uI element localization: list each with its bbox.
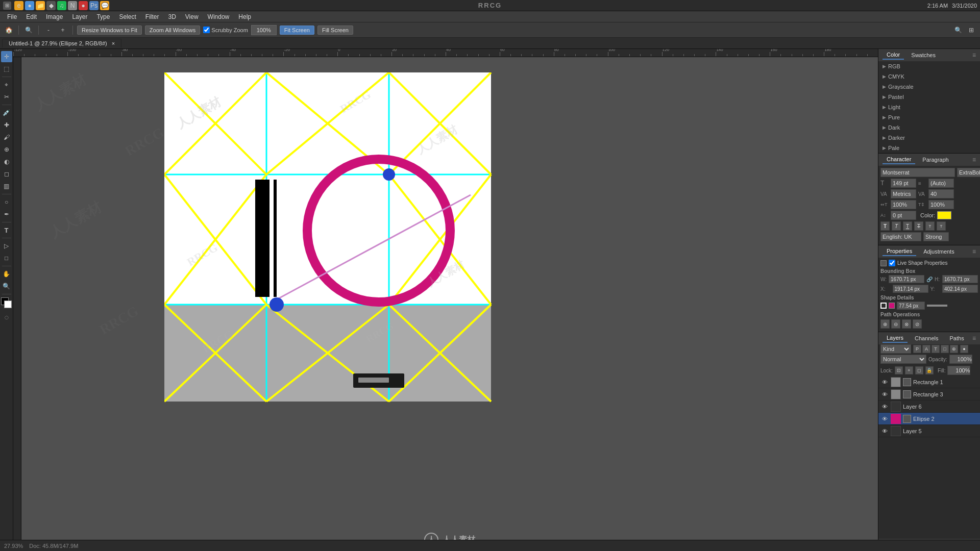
text-color-swatch[interactable]: [937, 211, 951, 219]
font-style-input[interactable]: [957, 168, 980, 177]
underline-btn[interactable]: T: [903, 221, 912, 231]
layer-vis-btn-layer6[interactable]: 👁: [880, 403, 889, 411]
zoom-input[interactable]: [251, 25, 277, 35]
tool-path[interactable]: ▷: [1, 240, 12, 252]
opacity-input[interactable]: [949, 355, 972, 364]
tool-brush[interactable]: 🖌: [1, 132, 12, 143]
tab-layers[interactable]: Layers: [883, 334, 908, 343]
bold-btn[interactable]: T: [880, 221, 890, 231]
tab-paragraph[interactable]: Paragraph: [918, 156, 952, 164]
italic-btn[interactable]: T: [892, 221, 901, 231]
h-input[interactable]: [942, 275, 978, 283]
scrubby-zoom-label[interactable]: Scrubby Zoom: [203, 27, 248, 33]
leading-input[interactable]: [928, 179, 954, 188]
tool-eraser[interactable]: ◻: [1, 168, 12, 180]
y-input[interactable]: [942, 285, 978, 293]
kerning-input[interactable]: [891, 189, 916, 198]
zoom-out-btn[interactable]: -: [43, 24, 54, 36]
menu-view[interactable]: View: [181, 12, 203, 21]
layers-panel-menu[interactable]: ≡: [972, 335, 976, 342]
fg-color[interactable]: [1, 297, 12, 309]
menu-type[interactable]: Type: [92, 12, 114, 21]
font-family-input[interactable]: [880, 168, 955, 177]
layers-filter-select[interactable]: Kind: [880, 344, 911, 354]
color-mode-cmyk[interactable]: ▶ CMYK: [878, 71, 980, 82]
tab-character[interactable]: Character: [883, 155, 915, 164]
tracking-input[interactable]: [928, 189, 954, 198]
layer-row-layer6[interactable]: 👁 Layer 6: [878, 400, 980, 413]
filter-type-btn[interactable]: T: [932, 345, 940, 353]
color-mode-dark[interactable]: ▶ Dark: [878, 122, 980, 133]
menu-filter[interactable]: Filter: [141, 12, 163, 21]
fit-screen-btn[interactable]: Fit Screen: [280, 26, 314, 35]
tool-crop[interactable]: ✂: [1, 91, 12, 103]
tool-history[interactable]: ◐: [1, 156, 12, 167]
vscale-input[interactable]: [928, 200, 954, 209]
stroke-color-swatch[interactable]: [880, 303, 887, 309]
color-panel-menu[interactable]: ≡: [972, 52, 976, 59]
tool-clone[interactable]: ⊕: [1, 144, 12, 155]
path-op2[interactable]: ⊖: [891, 319, 900, 329]
color-mode-light[interactable]: ▶ Light: [878, 102, 980, 112]
app6-icon[interactable]: ●: [79, 1, 88, 10]
tool-shape[interactable]: □: [1, 253, 12, 264]
search-btn[interactable]: 🔍: [23, 24, 34, 36]
hscale-input[interactable]: [891, 200, 916, 209]
tool-gradient[interactable]: ▥: [1, 181, 12, 192]
tool-zoom[interactable]: 🔍: [1, 281, 12, 292]
strikethrough-btn[interactable]: T: [914, 221, 923, 231]
path-op1[interactable]: ⊕: [880, 319, 890, 329]
tool-move[interactable]: ✛: [1, 51, 12, 62]
home-btn[interactable]: 🏠: [3, 24, 14, 36]
chrome-icon[interactable]: ●: [25, 1, 34, 10]
ps-icon[interactable]: Ps: [89, 1, 99, 10]
quick-mask-btn[interactable]: ◌: [1, 312, 12, 323]
tab-color[interactable]: Color: [883, 51, 904, 60]
color-mode-pale[interactable]: ▶ Pale: [878, 143, 980, 153]
filter-pixel-btn[interactable]: P: [913, 345, 921, 353]
baseline-input[interactable]: [891, 211, 916, 220]
tab-swatches[interactable]: Swatches: [907, 51, 940, 59]
resize-windows-btn[interactable]: Resize Windows to Fit: [77, 26, 142, 35]
menu-select[interactable]: Select: [115, 12, 140, 21]
artwork-canvas[interactable]: 人人素材 RRCG 人人素材 RRCG 人人素材 RRCG RRCG: [164, 72, 624, 419]
color-mode-pastel[interactable]: ▶ Pastel: [878, 92, 980, 102]
blend-mode-select[interactable]: Normal Multiply Screen: [880, 355, 926, 364]
tool-pen[interactable]: ✒: [1, 209, 12, 220]
tab-channels[interactable]: Channels: [911, 334, 942, 342]
layer-vis-btn-layer5[interactable]: 👁: [880, 427, 889, 435]
fill-screen-btn[interactable]: Fill Screen: [317, 26, 353, 35]
lock-all-btn[interactable]: 🔒: [925, 366, 934, 374]
path-op3[interactable]: ⊗: [902, 319, 911, 329]
app3-icon[interactable]: ◆: [46, 1, 56, 10]
w-input[interactable]: [889, 275, 924, 283]
tool-heal[interactable]: ✚: [1, 119, 12, 131]
color-mode-rgb[interactable]: ▶ RGB: [878, 61, 980, 71]
shape-value-input[interactable]: [897, 302, 925, 310]
menu-window[interactable]: Window: [204, 12, 234, 21]
font-size-input[interactable]: [891, 179, 916, 188]
link-wh-btn[interactable]: 🔗: [926, 277, 933, 282]
filter-shape-btn[interactable]: □: [941, 345, 949, 353]
lock-pixels-btn[interactable]: ⊡: [895, 366, 903, 374]
layer-vis-btn-rect1[interactable]: 👁: [880, 378, 889, 386]
antialias-input[interactable]: [923, 232, 949, 241]
tool-eyedrop[interactable]: 💉: [1, 107, 12, 118]
menu-3d[interactable]: 3D: [164, 12, 180, 21]
layer-row-layer5[interactable]: 👁 Layer 5: [878, 425, 980, 437]
language-input[interactable]: [880, 232, 921, 241]
layer-row-rectangle1[interactable]: 👁 Rectangle 1: [878, 376, 980, 388]
zoom-in-btn[interactable]: +: [57, 24, 68, 36]
tool-hand[interactable]: ✋: [1, 268, 12, 280]
path-op4[interactable]: ⊘: [913, 319, 922, 329]
tool-dodge[interactable]: ○: [1, 196, 12, 208]
props-panel-menu[interactable]: ≡: [972, 248, 976, 255]
ie-icon[interactable]: e: [14, 1, 23, 10]
fill-input[interactable]: [947, 366, 970, 375]
color-mode-darker[interactable]: ▶ Darker: [878, 133, 980, 143]
tool-select[interactable]: ⬚: [1, 63, 12, 74]
x-input[interactable]: [893, 285, 928, 293]
menu-help[interactable]: Help: [234, 12, 255, 21]
search-right-btn[interactable]: 🔍: [952, 24, 964, 36]
tool-text[interactable]: T: [1, 224, 12, 236]
